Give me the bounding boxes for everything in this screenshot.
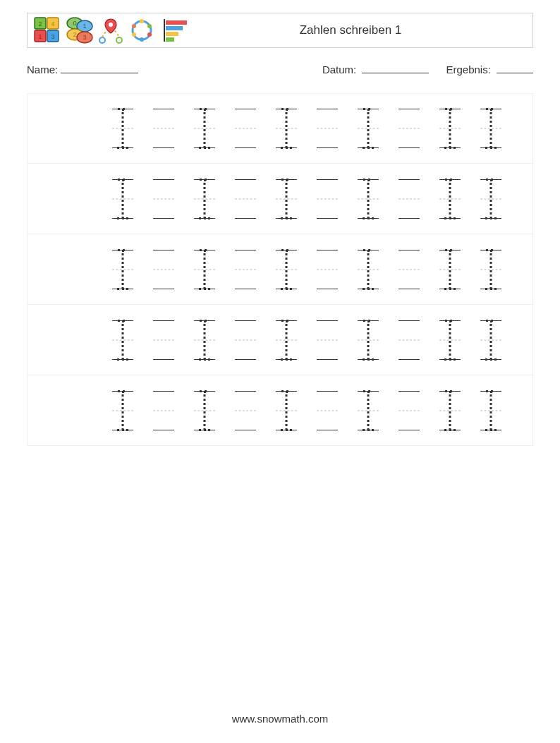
trace-cell[interactable]	[480, 320, 501, 360]
digit-one-glyph	[490, 391, 492, 430]
svg-text:2: 2	[38, 20, 42, 28]
trace-cell[interactable]	[358, 179, 379, 219]
practice-row	[27, 305, 533, 375]
trace-cell[interactable]	[112, 250, 133, 289]
digit-one-glyph	[367, 250, 370, 289]
trace-cell[interactable]	[358, 391, 379, 430]
digit-one-glyph	[449, 391, 451, 430]
trace-cell[interactable]	[480, 109, 501, 148]
svg-point-16	[99, 37, 105, 43]
digit-one-glyph	[122, 109, 124, 148]
svg-text:2: 2	[73, 31, 76, 38]
digit-one-glyph	[490, 320, 492, 360]
digit-one-glyph	[204, 320, 206, 360]
info-fields: Name: Datum: Ergebnis:	[27, 64, 533, 75]
header-icons: 2 4 1 3 0 1 2 3	[28, 16, 188, 44]
blank-cell[interactable]	[398, 109, 420, 148]
trace-cell[interactable]	[194, 320, 215, 360]
blank-cell[interactable]	[153, 179, 174, 219]
trace-cell[interactable]	[480, 391, 501, 430]
trace-cell[interactable]	[276, 320, 297, 360]
svg-text:3: 3	[51, 33, 54, 40]
digit-one-glyph	[449, 320, 451, 360]
trace-cell[interactable]	[276, 391, 297, 430]
svg-text:1: 1	[38, 33, 42, 40]
date-label: Datum:	[322, 64, 356, 75]
blank-cell[interactable]	[235, 179, 256, 219]
svg-rect-29	[166, 32, 178, 36]
header-box: 2 4 1 3 0 1 2 3	[27, 13, 533, 48]
trace-cell[interactable]	[480, 250, 501, 289]
blank-cell[interactable]	[398, 391, 420, 430]
blank-cell[interactable]	[235, 391, 256, 430]
trace-cell[interactable]	[112, 179, 133, 219]
blank-cell[interactable]	[153, 391, 174, 430]
blank-cell[interactable]	[398, 179, 420, 219]
trace-cell[interactable]	[112, 391, 133, 430]
blank-cell[interactable]	[153, 320, 174, 360]
digit-one-glyph	[449, 250, 451, 289]
pin-route-icon	[98, 16, 123, 44]
trace-cell[interactable]	[439, 320, 461, 360]
blank-cell[interactable]	[398, 320, 420, 360]
svg-text:1: 1	[83, 23, 86, 30]
trace-cell[interactable]	[112, 320, 133, 360]
digit-one-glyph	[122, 320, 124, 360]
digit-one-glyph	[367, 179, 370, 219]
svg-point-23	[140, 37, 144, 42]
trace-cell[interactable]	[358, 250, 379, 289]
digit-one-glyph	[286, 179, 288, 219]
trace-cell[interactable]	[276, 109, 297, 148]
digit-one-glyph	[286, 320, 288, 360]
worksheet-title: Zahlen schreiben 1	[169, 23, 532, 37]
trace-cell[interactable]	[439, 250, 461, 289]
trace-cell[interactable]	[112, 109, 133, 148]
trace-cell[interactable]	[194, 179, 215, 219]
name-label: Name:	[27, 64, 58, 75]
digit-one-glyph	[204, 250, 206, 289]
svg-point-18	[109, 23, 113, 27]
ring-icon	[128, 16, 156, 44]
trace-cell[interactable]	[480, 179, 501, 219]
digit-one-glyph	[449, 179, 451, 219]
blank-cell[interactable]	[317, 391, 338, 430]
svg-point-25	[132, 24, 136, 28]
blank-cell[interactable]	[317, 109, 338, 148]
blank-cell[interactable]	[235, 320, 256, 360]
footer-url: www.snowmath.com	[0, 713, 560, 725]
blank-cell[interactable]	[398, 250, 420, 289]
blank-cell[interactable]	[153, 109, 174, 148]
trace-cell[interactable]	[358, 320, 379, 360]
trace-cell[interactable]	[194, 391, 215, 430]
blank-cell[interactable]	[235, 109, 256, 148]
trace-cell[interactable]	[439, 109, 461, 148]
trace-cell[interactable]	[276, 179, 297, 219]
svg-point-22	[147, 32, 152, 37]
trace-cell[interactable]	[194, 250, 215, 289]
digit-one-glyph	[286, 109, 288, 148]
blank-cell[interactable]	[317, 250, 338, 289]
trace-cell[interactable]	[439, 391, 461, 430]
worksheet-grid	[27, 93, 533, 446]
name-blank[interactable]	[61, 64, 138, 73]
date-blank[interactable]	[362, 64, 429, 73]
trace-cell[interactable]	[276, 250, 297, 289]
result-label: Ergebnis:	[446, 64, 490, 75]
svg-point-19	[133, 21, 151, 40]
digit-one-glyph	[490, 109, 492, 148]
trace-cell[interactable]	[439, 179, 461, 219]
practice-row	[27, 93, 533, 164]
svg-rect-30	[166, 37, 174, 42]
digit-one-glyph	[490, 179, 492, 219]
trace-cell[interactable]	[358, 109, 379, 148]
blank-cell[interactable]	[317, 179, 338, 219]
digit-one-glyph	[122, 179, 124, 219]
blank-cell[interactable]	[153, 250, 174, 289]
result-blank[interactable]	[497, 64, 533, 73]
trace-cell[interactable]	[194, 109, 215, 148]
blank-cell[interactable]	[317, 320, 338, 360]
bars-icon	[160, 16, 188, 44]
date-field: Datum:	[322, 64, 430, 75]
practice-row	[27, 375, 533, 446]
blank-cell[interactable]	[235, 250, 256, 289]
